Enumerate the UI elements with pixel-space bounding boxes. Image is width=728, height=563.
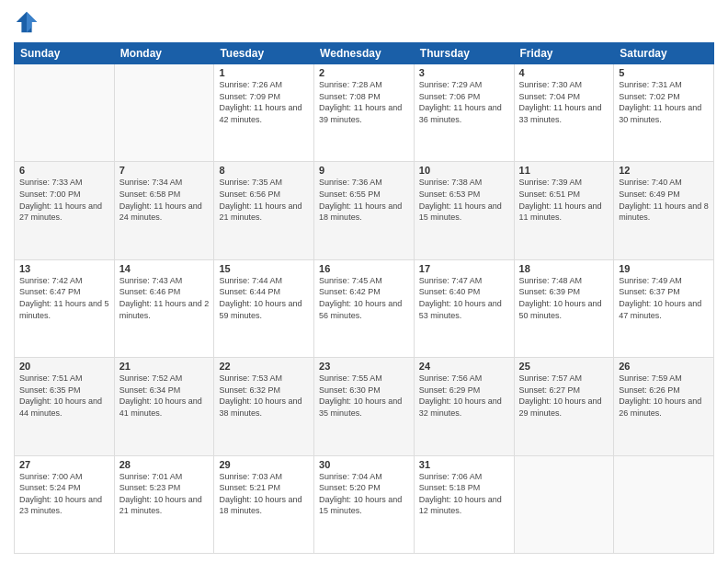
day-number: 31 xyxy=(419,459,509,470)
day-info: Sunrise: 7:28 AMSunset: 7:08 PMDaylight:… xyxy=(319,79,409,125)
daylight-text: Daylight: 11 hours and 27 minutes. xyxy=(19,201,109,224)
logo xyxy=(14,9,43,35)
calendar-cell: 28Sunrise: 7:01 AMSunset: 5:23 PMDayligh… xyxy=(114,455,214,553)
calendar-cell: 17Sunrise: 7:47 AMSunset: 6:40 PMDayligh… xyxy=(414,259,514,357)
day-info: Sunrise: 7:55 AMSunset: 6:30 PMDaylight:… xyxy=(319,373,409,419)
sunset-text: Sunset: 6:44 PM xyxy=(219,286,309,298)
day-number: 23 xyxy=(319,361,409,372)
day-number: 30 xyxy=(319,459,409,470)
daylight-text: Daylight: 11 hours and 33 minutes. xyxy=(519,102,609,125)
day-number: 5 xyxy=(619,67,709,78)
calendar-cell: 25Sunrise: 7:57 AMSunset: 6:27 PMDayligh… xyxy=(514,358,614,455)
calendar-cell: 15Sunrise: 7:44 AMSunset: 6:44 PMDayligh… xyxy=(214,259,314,357)
calendar-cell: 24Sunrise: 7:56 AMSunset: 6:29 PMDayligh… xyxy=(414,358,514,455)
daylight-text: Daylight: 10 hours and 38 minutes. xyxy=(219,396,309,419)
sunrise-text: Sunrise: 7:34 AM xyxy=(119,177,210,189)
calendar-week-3: 20Sunrise: 7:51 AMSunset: 6:35 PMDayligh… xyxy=(15,358,714,455)
day-info: Sunrise: 7:47 AMSunset: 6:40 PMDaylight:… xyxy=(419,275,509,321)
sunrise-text: Sunrise: 7:38 AM xyxy=(419,177,509,189)
day-number: 19 xyxy=(619,263,709,274)
sunset-text: Sunset: 6:35 PM xyxy=(19,385,109,396)
day-number: 4 xyxy=(519,67,609,78)
calendar-cell: 12Sunrise: 7:40 AMSunset: 6:49 PMDayligh… xyxy=(614,162,714,259)
day-info: Sunrise: 7:53 AMSunset: 6:32 PMDaylight:… xyxy=(219,373,309,419)
day-info: Sunrise: 7:29 AMSunset: 7:06 PMDaylight:… xyxy=(419,79,509,125)
calendar-week-4: 27Sunrise: 7:00 AMSunset: 5:24 PMDayligh… xyxy=(15,455,714,553)
daylight-text: Daylight: 11 hours and 18 minutes. xyxy=(319,201,409,224)
calendar-cell: 3Sunrise: 7:29 AMSunset: 7:06 PMDaylight… xyxy=(414,64,514,162)
sunrise-text: Sunrise: 7:01 AM xyxy=(119,471,210,483)
calendar-cell: 6Sunrise: 7:33 AMSunset: 7:00 PMDaylight… xyxy=(15,162,115,259)
sunrise-text: Sunrise: 7:28 AM xyxy=(319,79,409,91)
sunset-text: Sunset: 6:37 PM xyxy=(619,286,709,298)
day-number: 2 xyxy=(319,67,409,78)
day-number: 13 xyxy=(19,263,109,274)
calendar-body: 1Sunrise: 7:26 AMSunset: 7:09 PMDaylight… xyxy=(15,64,714,554)
day-info: Sunrise: 7:51 AMSunset: 6:35 PMDaylight:… xyxy=(19,373,109,419)
daylight-text: Daylight: 11 hours and 11 minutes. xyxy=(519,201,609,224)
day-number: 1 xyxy=(219,67,309,78)
calendar-cell: 22Sunrise: 7:53 AMSunset: 6:32 PMDayligh… xyxy=(214,358,314,455)
day-info: Sunrise: 7:40 AMSunset: 6:49 PMDaylight:… xyxy=(619,177,709,223)
day-info: Sunrise: 7:57 AMSunset: 6:27 PMDaylight:… xyxy=(519,373,609,419)
logo-icon xyxy=(14,9,40,35)
sunset-text: Sunset: 5:18 PM xyxy=(419,482,509,494)
sunset-text: Sunset: 7:00 PM xyxy=(19,189,109,201)
sunrise-text: Sunrise: 7:49 AM xyxy=(619,275,709,287)
day-number: 29 xyxy=(219,459,309,470)
sunset-text: Sunset: 6:34 PM xyxy=(119,385,210,396)
sunset-text: Sunset: 6:32 PM xyxy=(219,385,309,396)
sunset-text: Sunset: 6:56 PM xyxy=(219,189,309,201)
calendar-cell: 9Sunrise: 7:36 AMSunset: 6:55 PMDaylight… xyxy=(314,162,415,259)
day-info: Sunrise: 7:36 AMSunset: 6:55 PMDaylight:… xyxy=(319,177,409,223)
sunset-text: Sunset: 6:51 PM xyxy=(519,189,609,201)
calendar-cell: 1Sunrise: 7:26 AMSunset: 7:09 PMDaylight… xyxy=(214,64,314,162)
sunrise-text: Sunrise: 7:30 AM xyxy=(519,79,609,91)
day-info: Sunrise: 7:49 AMSunset: 6:37 PMDaylight:… xyxy=(619,275,709,321)
day-number: 25 xyxy=(519,361,609,372)
daylight-text: Daylight: 10 hours and 47 minutes. xyxy=(619,298,709,321)
calendar-cell: 5Sunrise: 7:31 AMSunset: 7:02 PMDaylight… xyxy=(614,64,714,162)
daylight-text: Daylight: 11 hours and 39 minutes. xyxy=(319,102,409,125)
sunrise-text: Sunrise: 7:43 AM xyxy=(119,275,210,287)
day-info: Sunrise: 7:52 AMSunset: 6:34 PMDaylight:… xyxy=(119,373,210,419)
daylight-text: Daylight: 10 hours and 44 minutes. xyxy=(19,396,109,419)
day-info: Sunrise: 7:59 AMSunset: 6:26 PMDaylight:… xyxy=(619,373,709,419)
daylight-text: Daylight: 11 hours and 21 minutes. xyxy=(219,201,309,224)
sunrise-text: Sunrise: 7:44 AM xyxy=(219,275,309,287)
sunset-text: Sunset: 7:04 PM xyxy=(519,91,609,103)
calendar-cell xyxy=(614,455,714,553)
daylight-text: Daylight: 10 hours and 41 minutes. xyxy=(119,396,210,419)
calendar-cell xyxy=(114,64,214,162)
sunset-text: Sunset: 6:27 PM xyxy=(519,385,609,396)
calendar-cell: 27Sunrise: 7:00 AMSunset: 5:24 PMDayligh… xyxy=(15,455,115,553)
calendar-cell: 18Sunrise: 7:48 AMSunset: 6:39 PMDayligh… xyxy=(514,259,614,357)
day-info: Sunrise: 7:38 AMSunset: 6:53 PMDaylight:… xyxy=(419,177,509,223)
daylight-text: Daylight: 10 hours and 59 minutes. xyxy=(219,298,309,321)
calendar-week-1: 6Sunrise: 7:33 AMSunset: 7:00 PMDaylight… xyxy=(15,162,714,259)
day-info: Sunrise: 7:03 AMSunset: 5:21 PMDaylight:… xyxy=(219,471,309,517)
calendar-cell: 19Sunrise: 7:49 AMSunset: 6:37 PMDayligh… xyxy=(614,259,714,357)
sunset-text: Sunset: 7:08 PM xyxy=(319,91,409,103)
col-monday: Monday xyxy=(114,43,214,64)
col-sunday: Sunday xyxy=(15,43,115,64)
day-number: 10 xyxy=(419,165,509,176)
day-info: Sunrise: 7:44 AMSunset: 6:44 PMDaylight:… xyxy=(219,275,309,321)
sunset-text: Sunset: 6:40 PM xyxy=(419,286,509,298)
sunset-text: Sunset: 6:26 PM xyxy=(619,385,709,396)
sunrise-text: Sunrise: 7:39 AM xyxy=(519,177,609,189)
day-info: Sunrise: 7:42 AMSunset: 6:47 PMDaylight:… xyxy=(19,275,109,321)
sunrise-text: Sunrise: 7:53 AM xyxy=(219,373,309,385)
sunrise-text: Sunrise: 7:51 AM xyxy=(19,373,109,385)
sunset-text: Sunset: 6:55 PM xyxy=(319,189,409,201)
day-info: Sunrise: 7:35 AMSunset: 6:56 PMDaylight:… xyxy=(219,177,309,223)
day-number: 12 xyxy=(619,165,709,176)
daylight-text: Daylight: 10 hours and 35 minutes. xyxy=(319,396,409,419)
calendar-cell: 31Sunrise: 7:06 AMSunset: 5:18 PMDayligh… xyxy=(414,455,514,553)
sunset-text: Sunset: 5:23 PM xyxy=(119,482,210,494)
sunrise-text: Sunrise: 7:48 AM xyxy=(519,275,609,287)
sunrise-text: Sunrise: 7:04 AM xyxy=(319,471,409,483)
col-tuesday: Tuesday xyxy=(214,43,314,64)
daylight-text: Daylight: 10 hours and 29 minutes. xyxy=(519,396,609,419)
day-number: 15 xyxy=(219,263,309,274)
